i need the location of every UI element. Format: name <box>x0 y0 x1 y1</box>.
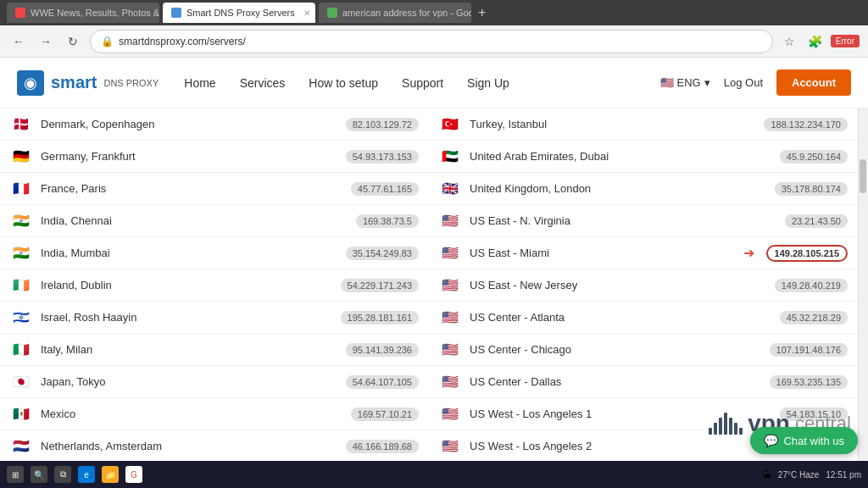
tab-smartdns[interactable]: Smart DNS Proxy Servers ✕ <box>163 3 315 23</box>
right-server-row: 🇹🇷 Turkey, Istanbul 188.132.234.170 <box>429 108 858 141</box>
server-name: Denmark, Copenhagen <box>41 118 337 130</box>
server-name: Italy, Milan <box>41 343 337 356</box>
file-explorer-icon[interactable]: 📁 <box>102 466 119 483</box>
flag-icon: 🇺🇸 <box>439 278 461 293</box>
nav-how-to-setup[interactable]: How to setup <box>309 76 378 90</box>
tab-close-smartdns[interactable]: ✕ <box>303 8 310 18</box>
server-ip: 169.38.73.5 <box>356 214 419 228</box>
server-ip: 149.28.40.219 <box>775 279 848 292</box>
flag-icon: 🇯🇵 <box>10 374 32 390</box>
flag-icon: 🇩🇪 <box>10 149 32 164</box>
flag-icon: 🇺🇸 <box>439 374 461 390</box>
error-badge: Error <box>831 35 860 47</box>
back-button[interactable]: ← <box>8 31 29 52</box>
vpn-bars-icon <box>709 413 743 435</box>
bar5 <box>729 418 732 435</box>
server-ip: 35.178.80.174 <box>775 182 848 196</box>
logo-smart-text: smart <box>51 73 97 92</box>
server-name: Netherlands, Amsterdam <box>41 440 337 452</box>
right-server-row: 🇺🇸 US East - New Jersey 149.28.40.219 <box>429 269 858 302</box>
chrome-icon[interactable]: G <box>125 466 142 483</box>
flag-icon: 🇹🇷 <box>439 117 461 132</box>
nav-support[interactable]: Support <box>402 76 443 90</box>
left-server-row: 🇮🇱 Israel, Rosh Haayin 195.28.181.161 <box>0 302 429 334</box>
nav-right: 🇺🇸 ENG ▾ Log Out Account <box>660 69 851 96</box>
forward-button[interactable]: → <box>36 31 56 52</box>
server-name: Japan, Tokyo <box>41 375 337 388</box>
server-name: US Center - Chicago <box>470 343 761 356</box>
right-server-row: 🇺🇸 US East - Miami ➜ 149.28.105.215 <box>429 237 858 269</box>
nav-sign-up[interactable]: Sign Up <box>467 76 509 90</box>
right-server-row: 🇬🇧 United Kingdom, London 35.178.80.174 <box>429 173 858 205</box>
flag-icon: 🇮🇳 <box>10 214 32 229</box>
server-name: US Center - Dallas <box>470 375 761 388</box>
server-ip: 188.132.234.170 <box>764 118 848 131</box>
flag-icon: 🇫🇷 <box>10 181 32 197</box>
logo-icon: ◉ <box>24 74 37 92</box>
bookmark-button[interactable]: ☆ <box>780 31 800 52</box>
language-selector[interactable]: 🇺🇸 ENG ▾ <box>660 76 710 89</box>
logo-area: ◉ smart <box>17 70 97 96</box>
left-server-row: 🇳🇱 Netherlands, Amsterdam 46.166.189.68 <box>0 430 429 463</box>
server-ip: 45.32.218.29 <box>780 311 848 324</box>
left-server-row: 🇲🇽 Mexico 169.57.10.21 <box>0 398 429 430</box>
server-name: US East - New Jersey <box>470 279 766 291</box>
server-name: Germany, Frankfurt <box>41 150 337 163</box>
server-name: US East - Miami <box>470 247 735 259</box>
chat-icon: 💬 <box>764 434 778 447</box>
logo-dns-text: DNS PROXY <box>103 78 159 88</box>
nav-links: Home Services How to setup Support Sign … <box>184 76 659 90</box>
new-tab-button[interactable]: + <box>478 5 486 20</box>
tab-google[interactable]: american address for vpn - Goo... ✕ <box>319 3 471 23</box>
server-name: Turkey, Istanbul <box>470 118 755 130</box>
logout-link[interactable]: Log Out <box>724 76 763 89</box>
nav-services[interactable]: Services <box>240 76 286 90</box>
server-ip: 54.229.171.243 <box>341 279 419 292</box>
scrollbar[interactable] <box>858 108 868 488</box>
flag-icon: 🇮🇪 <box>10 278 32 293</box>
right-server-row: 🇺🇸 US Center - Chicago 107.191.48.176 <box>429 334 858 366</box>
server-name: Mexico <box>41 408 342 420</box>
address-bar[interactable]: 🔒 smartdnsproxy.com/servers/ <box>90 30 773 53</box>
server-ip: 45.9.250.164 <box>780 150 848 164</box>
server-name: US East - N. Virginia <box>470 214 776 227</box>
server-name: France, Paris <box>41 182 342 195</box>
chat-button[interactable]: 💬 Chat with us <box>750 427 858 454</box>
tab-favicon-wwe <box>15 8 25 18</box>
tab-label-wwe: WWE News, Results, Photos & V... <box>31 8 159 18</box>
task-view-icon[interactable]: ⧉ <box>54 466 71 483</box>
right-server-row: 🇺🇸 US Center - Atlanta 45.32.218.29 <box>429 302 858 334</box>
edge-icon[interactable]: e <box>78 466 95 483</box>
flag-icon: 🇲🇽 <box>10 407 32 422</box>
server-ip: 169.53.235.135 <box>770 375 848 389</box>
flag-icon: 🇺🇸 <box>439 342 461 358</box>
server-ip: 54.93.173.153 <box>346 150 419 164</box>
server-name: India, Mumbai <box>41 247 337 259</box>
server-name: United Arab Emirates, Dubai <box>470 150 771 163</box>
tab-wwe[interactable]: WWE News, Results, Photos & V... ✕ <box>7 3 159 23</box>
server-ip: 23.21.43.50 <box>785 214 848 228</box>
search-taskbar-icon[interactable]: 🔍 <box>31 466 47 483</box>
left-server-row: 🇮🇹 Italy, Milan 95.141.39.236 <box>0 334 429 366</box>
refresh-button[interactable]: ↻ <box>63 31 83 52</box>
tab-label-google: american address for vpn - Goo... <box>342 8 471 18</box>
server-ip: 82.103.129.72 <box>346 118 419 131</box>
server-ip: 195.28.181.161 <box>341 311 419 324</box>
server-name: India, Chennai <box>41 214 348 227</box>
flag-icon: 🇮🇳 <box>10 246 32 261</box>
flag-icon: 🇳🇱 <box>10 439 32 454</box>
browser-nav: ← → ↻ 🔒 smartdnsproxy.com/servers/ ☆ 🧩 E… <box>0 25 868 58</box>
weather-icon: 🌤 <box>761 469 771 480</box>
server-name: United Kingdom, London <box>470 182 766 195</box>
left-server-row: 🇩🇪 Germany, Frankfurt 54.93.173.153 <box>0 141 429 173</box>
start-button[interactable]: ⊞ <box>7 466 24 483</box>
nav-home[interactable]: Home <box>184 76 215 90</box>
flag-icon: 🇬🇧 <box>439 181 461 197</box>
account-button[interactable]: Account <box>776 69 851 96</box>
server-ip: 169.57.10.21 <box>351 408 419 421</box>
left-server-row: 🇯🇵 Japan, Tokyo 54.64.107.105 <box>0 366 429 398</box>
chat-label: Chat with us <box>783 435 844 447</box>
left-server-row: 🇮🇳 India, Mumbai 35.154.249.83 <box>0 237 429 269</box>
tab-favicon-google <box>327 8 337 18</box>
extension-button[interactable]: 🧩 <box>805 31 826 52</box>
